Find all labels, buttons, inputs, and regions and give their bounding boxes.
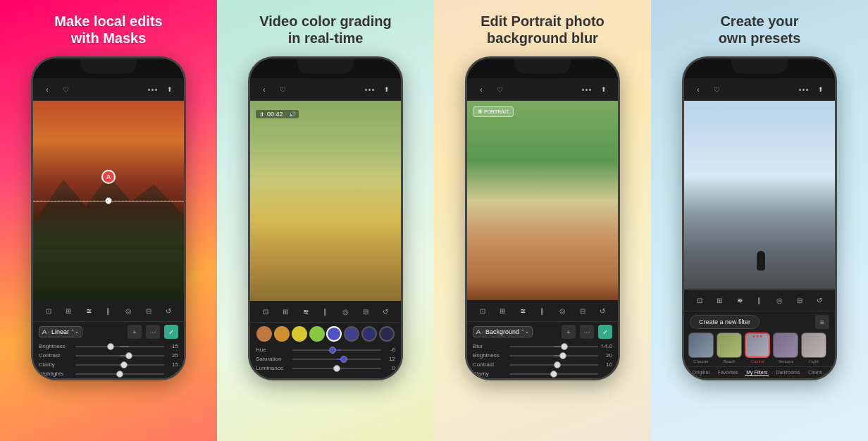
- filter-thumbnails: Chrome Beach: [684, 333, 835, 366]
- heart-icon-4[interactable]: ♡: [711, 84, 722, 95]
- brush-icon-2[interactable]: ∥: [319, 305, 332, 318]
- circle-icon[interactable]: ◎: [122, 304, 135, 317]
- layers-icon-4[interactable]: ⊟: [793, 294, 806, 306]
- panel-masks-title: Make local edits with Masks: [54, 13, 162, 46]
- circle-icon-4[interactable]: ◎: [773, 294, 786, 306]
- add-preset-btn[interactable]: +: [128, 325, 142, 339]
- blur-label: Blur: [473, 343, 507, 349]
- brush-icon-4[interactable]: ∥: [753, 294, 766, 306]
- confirm-btn[interactable]: ✓: [164, 325, 178, 339]
- expand-icon-4[interactable]: ⊞: [713, 294, 726, 306]
- color-dot-7[interactable]: [361, 326, 377, 342]
- highlights-track[interactable]: [75, 373, 164, 375]
- brightness-track-3[interactable]: [509, 355, 598, 356]
- color-dot-8[interactable]: [379, 326, 395, 342]
- heart-icon-2[interactable]: ♡: [277, 84, 288, 95]
- brush-icon[interactable]: ∥: [102, 304, 115, 317]
- list-btn[interactable]: ≡: [815, 315, 829, 329]
- tune-icon-2[interactable]: ≋: [299, 305, 312, 318]
- more-preset-btn-3[interactable]: ···: [580, 325, 594, 339]
- tune-icon-3[interactable]: ≋: [516, 304, 529, 317]
- color-dot-4[interactable]: [309, 326, 325, 342]
- hue-track[interactable]: [292, 349, 381, 351]
- tab-darkrooms[interactable]: Darkrooms: [774, 369, 801, 376]
- heart-icon[interactable]: ♡: [60, 84, 71, 95]
- share-icon[interactable]: ⬆: [164, 84, 175, 95]
- layers-icon-2[interactable]: ⊟: [359, 305, 372, 318]
- contrast-track-3[interactable]: [509, 364, 598, 366]
- panel-presets: Create your own presets ‹ ♡ ⬆: [651, 0, 868, 441]
- back-icon-3[interactable]: ‹: [476, 84, 487, 95]
- tune-icon[interactable]: ≋: [82, 304, 95, 317]
- filter-capital[interactable]: Capital: [745, 333, 770, 364]
- preset-select[interactable]: A · Linear ⌃⌄: [39, 326, 82, 337]
- layers-icon-3[interactable]: ⊟: [576, 304, 589, 317]
- create-filter-btn[interactable]: Create a new filter: [690, 315, 760, 329]
- circle-icon-2[interactable]: ◎: [339, 305, 352, 318]
- more-preset-btn[interactable]: ···: [146, 325, 160, 339]
- tab-cinema[interactable]: Cinem...: [807, 369, 828, 376]
- brightness-label: Brightness: [39, 343, 73, 349]
- tab-my-filters[interactable]: My Filters: [745, 369, 769, 376]
- color-dot-5[interactable]: [326, 326, 342, 342]
- crop-icon-3[interactable]: ⊡: [476, 304, 489, 317]
- heart-icon-3[interactable]: ♡: [494, 84, 505, 95]
- color-dot-1[interactable]: [256, 326, 272, 342]
- saturation-track[interactable]: [292, 359, 381, 360]
- contrast-track[interactable]: [75, 355, 164, 356]
- filter-beach[interactable]: Beach: [717, 333, 742, 364]
- blur-track[interactable]: [509, 346, 598, 347]
- tab-original[interactable]: Original: [691, 369, 711, 376]
- clarity-track[interactable]: [75, 364, 164, 366]
- image-area-presets: [684, 101, 835, 290]
- clarity-label: Clarity: [39, 361, 73, 368]
- crop-icon-2[interactable]: ⊡: [259, 305, 272, 318]
- crop-icon[interactable]: ⊡: [42, 304, 55, 317]
- toolbar-left: ‹ ♡: [42, 84, 71, 95]
- speaker-icon[interactable]: 🔊: [289, 111, 296, 118]
- back-icon-4[interactable]: ‹: [693, 84, 704, 95]
- share-icon-2[interactable]: ⬆: [381, 84, 392, 95]
- preset-row-3: A · Background ⌃⌄ + ··· ✓: [467, 322, 618, 342]
- more-icon-2[interactable]: [365, 89, 374, 91]
- more-icon-4[interactable]: [799, 89, 808, 91]
- expand-icon[interactable]: ⊞: [62, 304, 75, 317]
- circle-icon-3[interactable]: ◎: [556, 304, 569, 317]
- history-icon-3[interactable]: ↺: [596, 304, 609, 317]
- filter-ventura[interactable]: Ventura: [773, 333, 798, 364]
- luminance-track[interactable]: [292, 368, 381, 369]
- tune-icon-4[interactable]: ≋: [733, 294, 746, 306]
- pause-icon[interactable]: ⏸: [259, 111, 264, 118]
- brush-icon-3[interactable]: ∥: [536, 304, 549, 317]
- more-icon[interactable]: [148, 89, 157, 91]
- crop-icon-4[interactable]: ⊡: [693, 294, 706, 306]
- chevron-icon: ⌃⌄: [70, 329, 79, 335]
- preset-select-3[interactable]: A · Background ⌃⌄: [473, 326, 533, 337]
- chevron-icon-3: ⌃⌄: [521, 329, 529, 335]
- filter-chrome[interactable]: Chrome: [688, 333, 714, 364]
- phone-notch: [80, 58, 137, 74]
- share-icon-4[interactable]: ⬆: [815, 84, 826, 95]
- layers-icon[interactable]: ⊟: [142, 304, 155, 317]
- brightness-track[interactable]: [75, 346, 164, 347]
- back-icon[interactable]: ‹: [42, 84, 53, 95]
- history-icon[interactable]: ↺: [162, 304, 175, 317]
- color-dot-3[interactable]: [292, 326, 307, 342]
- color-dot-2[interactable]: [274, 326, 290, 342]
- history-icon-4[interactable]: ↺: [813, 294, 826, 306]
- clarity-track-3[interactable]: [509, 373, 598, 375]
- color-dot-6[interactable]: [344, 326, 359, 342]
- confirm-btn-3[interactable]: ✓: [598, 325, 612, 339]
- add-preset-btn-3[interactable]: +: [562, 325, 576, 339]
- mask-control-point[interactable]: A: [101, 170, 116, 184]
- mask-dot[interactable]: [105, 197, 112, 204]
- share-icon-3[interactable]: ⬆: [598, 84, 609, 95]
- expand-icon-3[interactable]: ⊞: [496, 304, 509, 317]
- more-icon-3[interactable]: [582, 89, 591, 91]
- tab-favorites[interactable]: Favorites: [717, 369, 740, 376]
- expand-icon-2[interactable]: ⊞: [279, 305, 292, 318]
- filter-light[interactable]: Light: [801, 333, 826, 364]
- portrait-badge: ❋ PORTRAIT: [473, 106, 514, 117]
- history-icon-2[interactable]: ↺: [379, 305, 392, 318]
- back-icon-2[interactable]: ‹: [259, 84, 270, 95]
